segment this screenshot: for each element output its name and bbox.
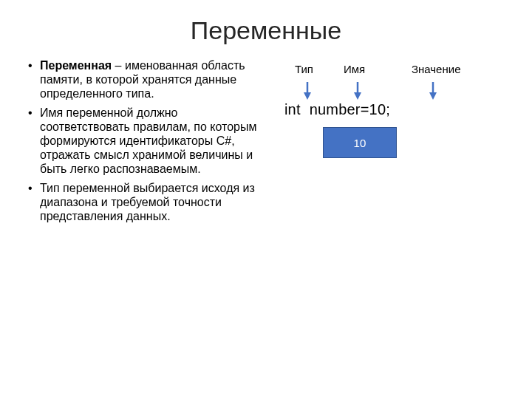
- left-column: Переменная – именованная область памяти,…: [27, 58, 276, 228]
- code-name: number: [310, 101, 361, 117]
- svg-marker-1: [304, 92, 311, 100]
- memory-box-value: 10: [354, 137, 366, 149]
- slide-title: Переменные: [0, 0, 532, 58]
- labels-row: Тип Имя Значение: [276, 63, 505, 81]
- code-eq: =: [361, 101, 369, 117]
- bullet-list: Переменная – именованная область памяти,…: [27, 58, 268, 223]
- bullet-item-1: Переменная – именованная область памяти,…: [27, 58, 268, 101]
- content-area: Переменная – именованная область памяти,…: [0, 58, 532, 228]
- code-type: int: [284, 101, 301, 117]
- term-bold: Переменная: [40, 59, 112, 72]
- svg-marker-5: [429, 92, 437, 100]
- svg-marker-3: [354, 92, 361, 100]
- code-line: intnumber=10;: [276, 101, 505, 118]
- label-type: Тип: [295, 63, 313, 75]
- arrows-row: [276, 81, 505, 101]
- arrow-down-icon: [428, 81, 438, 100]
- memory-box: 10: [323, 127, 397, 158]
- label-name: Имя: [344, 63, 365, 75]
- arrow-down-icon: [352, 81, 363, 100]
- bullet-item-3: Тип переменной выбирается исходя из диап…: [27, 181, 268, 224]
- right-column: Тип Имя Значение intnumber=10; 10: [276, 58, 505, 228]
- code-value: 10: [369, 101, 386, 117]
- code-semicolon: ;: [386, 101, 390, 117]
- bullet-item-2: Имя переменной должно соответствовать пр…: [27, 106, 268, 177]
- label-value: Значение: [412, 63, 461, 75]
- arrow-down-icon: [302, 81, 313, 100]
